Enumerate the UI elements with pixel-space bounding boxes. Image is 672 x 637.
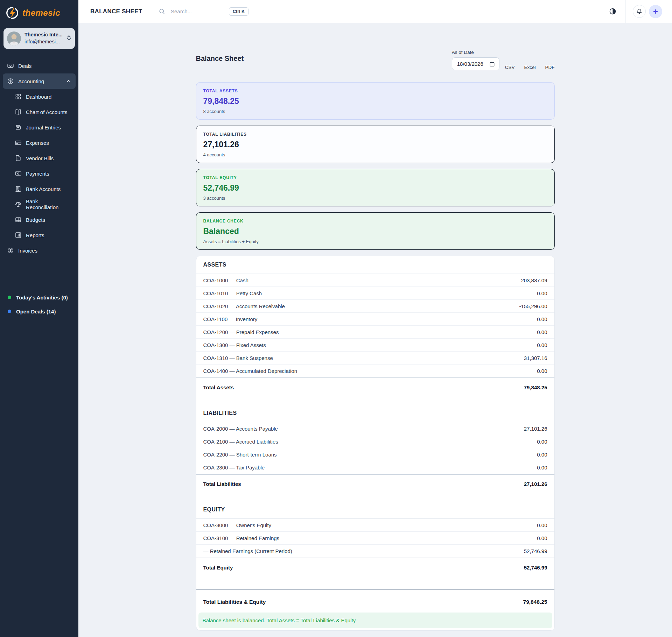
row-amount: 0.00 <box>537 535 547 541</box>
card-label: BALANCE CHECK <box>203 219 547 224</box>
search-icon <box>159 8 165 15</box>
sidebar-item-label: Budgets <box>26 217 45 223</box>
grand-total-row: Total Liabilities & Equity 79,848.25 <box>196 590 554 613</box>
row-amount: 0.00 <box>537 342 547 348</box>
sidebar-footer-item-open-deals-14[interactable]: Open Deals (14) <box>8 304 71 318</box>
section-header: ASSETS <box>196 256 554 274</box>
card-subtext: Assets = Liabilities + Equity <box>203 239 547 244</box>
sidebar-item-vendor-bills[interactable]: Vendor Bills <box>3 150 76 166</box>
summary-card-total-equity: TOTAL EQUITY52,746.993 accounts <box>196 169 555 206</box>
balance-sheet-statement: ASSETSCOA-1000 — Cash203,837.09COA-1010 … <box>196 256 555 631</box>
file-text-icon <box>15 155 22 162</box>
total-row: Total Assets79,848.25 <box>196 377 554 397</box>
sidebar-item-bank-accounts[interactable]: Bank Accounts <box>3 181 76 197</box>
user-name: Themesic Inte... <box>24 31 63 38</box>
row-amount: 0.00 <box>537 439 547 445</box>
date-picker <box>452 57 499 70</box>
total-label: Total Equity <box>203 565 233 571</box>
summary-card-total-assets: TOTAL ASSETS79,848.258 accounts <box>196 82 555 120</box>
user-card[interactable]: Themesic Inte... info@themesi... <box>4 28 75 49</box>
sidebar-item-bank-reconciliation[interactable]: Bank Reconciliation <box>3 197 76 212</box>
balanced-note: Balance sheet is balanced. Total Assets … <box>198 613 552 628</box>
sidebar-item-deals[interactable]: Deals <box>3 58 76 73</box>
archive-icon <box>15 124 22 131</box>
table-row: COA-1400 — Accumulated Depreciation0.00 <box>196 364 554 377</box>
statement-section-liabilities: LIABILITIESCOA-2000 — Accounts Payable27… <box>196 404 554 501</box>
export-pdf-button[interactable]: PDF <box>545 65 555 70</box>
section-rows: COA-1000 — Cash203,837.09COA-1010 — Pett… <box>196 274 554 377</box>
sidebar-item-label: Bank Reconciliation <box>26 198 71 210</box>
header-title: BALANCE SHEET <box>78 8 148 15</box>
plus-icon <box>652 8 659 15</box>
section-header: LIABILITIES <box>196 404 554 422</box>
total-row: Total Equity52,746.99 <box>196 558 554 577</box>
summary-card-balance-check: BALANCE CHECKBalancedAssets = Liabilitie… <box>196 212 555 250</box>
sidebar-item-journal-entries[interactable]: Journal Entries <box>3 120 76 135</box>
sidebar-item-label: Payments <box>26 171 49 177</box>
card-value: Balanced <box>203 227 547 236</box>
banknote-icon <box>15 170 22 177</box>
table-row: COA-1200 — Prepaid Expenses0.00 <box>196 326 554 339</box>
banknote-icon <box>7 62 14 69</box>
grand-total-label: Total Liabilities & Equity <box>203 599 266 605</box>
table-row: COA-3000 — Owner's Equity0.00 <box>196 519 554 532</box>
chevron-updown-icon <box>66 35 71 42</box>
row-label: COA-1020 — Accounts Receivable <box>203 303 285 309</box>
sidebar-item-label: Bank Accounts <box>26 186 61 192</box>
sidebar-item-label: Invoices <box>18 248 37 254</box>
row-label: COA-1200 — Prepaid Expenses <box>203 329 279 335</box>
sidebar: themesic Themesic Inte... info@themesi..… <box>0 0 78 637</box>
export-csv-button[interactable]: CSV <box>505 65 515 70</box>
avatar <box>7 31 21 45</box>
row-label: COA-1310 — Bank Suspense <box>203 355 273 361</box>
main-content: Balance Sheet As of Date CSVExcelPDF <box>78 23 672 637</box>
user-meta: Themesic Inte... info@themesi... <box>24 31 63 45</box>
notifications-button[interactable] <box>633 5 646 18</box>
sidebar-item-accounting[interactable]: Accounting <box>3 73 76 89</box>
keyboard-shortcut-badge: Ctrl K <box>229 7 248 16</box>
add-button[interactable] <box>649 5 662 18</box>
table-row: COA-2200 — Short-term Loans0.00 <box>196 448 554 461</box>
table-row: COA-1000 — Cash203,837.09 <box>196 274 554 287</box>
dollar-circle-icon <box>7 247 14 254</box>
sidebar-item-dashboard[interactable]: Dashboard <box>3 89 76 104</box>
sidebar-item-label: Deals <box>18 63 31 69</box>
building-icon <box>15 185 22 192</box>
header-actions <box>609 0 672 23</box>
sidebar-footer-item-today-s-activities-0[interactable]: Today's Activities (0) <box>8 290 71 304</box>
export-excel-button[interactable]: Excel <box>524 65 536 70</box>
row-amount: 203,837.09 <box>521 277 547 283</box>
sidebar-item-expenses[interactable]: Expenses <box>3 135 76 150</box>
theme-toggle-button[interactable] <box>609 8 616 15</box>
credit-card-icon <box>15 139 22 146</box>
row-label: COA-3100 — Retained Earnings <box>203 535 280 541</box>
row-label: COA-1010 — Petty Cash <box>203 290 262 296</box>
table-row: COA-1020 — Accounts Receivable-155,296.0… <box>196 300 554 313</box>
card-value: 27,101.26 <box>203 140 547 149</box>
sidebar-item-payments[interactable]: Payments <box>3 166 76 181</box>
date-input[interactable] <box>456 61 486 67</box>
half-circle-icon <box>609 8 616 15</box>
row-amount: 0.00 <box>537 368 547 374</box>
table-row: COA-2300 — Tax Payable0.00 <box>196 461 554 474</box>
row-label: COA-1300 — Fixed Assets <box>203 342 266 348</box>
summary-card-total-liabilities: TOTAL LIABILITIES27,101.264 accounts <box>196 126 555 163</box>
bell-icon <box>636 8 642 14</box>
calendar-icon[interactable] <box>489 61 495 67</box>
row-label: — Retained Earnings (Current Period) <box>203 548 292 554</box>
card-label: TOTAL EQUITY <box>203 175 547 180</box>
sidebar-item-invoices[interactable]: Invoices <box>3 243 76 258</box>
sidebar-footer-label: Open Deals (14) <box>16 309 56 314</box>
row-amount: 52,746.99 <box>524 548 547 554</box>
summary-cards: TOTAL ASSETS79,848.258 accountsTOTAL LIA… <box>196 82 555 250</box>
sidebar-item-chart-of-accounts[interactable]: Chart of Accounts <box>3 104 76 120</box>
sidebar-footer: Today's Activities (0)Open Deals (14) <box>0 290 78 318</box>
search-input[interactable] <box>170 8 223 15</box>
sidebar-item-budgets[interactable]: Budgets <box>3 212 76 227</box>
as-of-date-block: As of Date CSVExcelPDF <box>452 50 555 70</box>
sidebar-item-reports[interactable]: Reports <box>3 227 76 243</box>
sidebar-item-label: Reports <box>26 232 44 238</box>
sidebar-item-label: Chart of Accounts <box>26 109 67 115</box>
table-row: COA-1010 — Petty Cash0.00 <box>196 287 554 300</box>
total-row: Total Liabilities27,101.26 <box>196 474 554 493</box>
